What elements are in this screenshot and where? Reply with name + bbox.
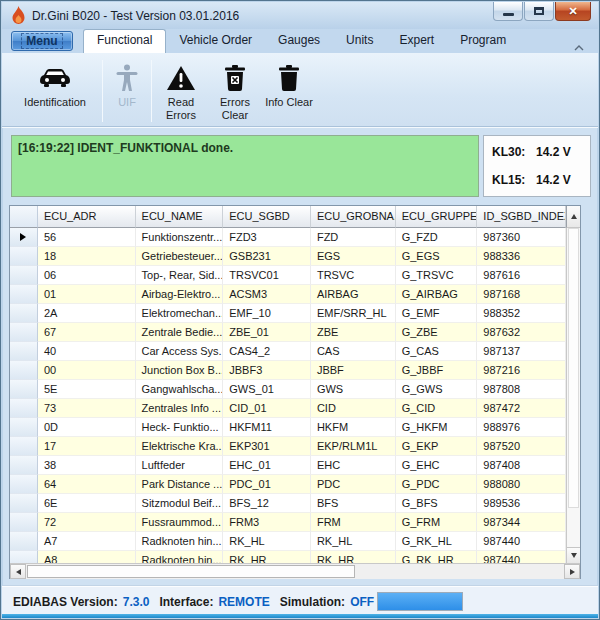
- identification-button[interactable]: Identification: [10, 60, 100, 109]
- column-header-ecu-adr[interactable]: ECU_ADR: [38, 206, 136, 228]
- column-header-id-sgbd-index[interactable]: ID_SGBD_INDEX: [477, 206, 566, 228]
- row-selector[interactable]: [10, 532, 38, 551]
- tab-functional[interactable]: Functional: [83, 29, 166, 53]
- column-header-ecu-grobname[interactable]: ECU_GROBNA...: [311, 206, 396, 228]
- table-cell: RK_HR: [223, 551, 311, 563]
- row-selector[interactable]: [10, 380, 38, 399]
- row-selector[interactable]: [10, 399, 38, 418]
- row-selector[interactable]: [10, 304, 38, 323]
- tab-units[interactable]: Units: [333, 29, 386, 53]
- table-cell: 2A: [38, 304, 136, 323]
- table-cell: Sitzmodul Beif...: [136, 494, 224, 513]
- scroll-right-button[interactable]: [564, 564, 580, 579]
- minimize-button[interactable]: [493, 2, 523, 21]
- row-selector[interactable]: [10, 494, 38, 513]
- table-cell: 987520: [477, 437, 566, 456]
- minimize-icon: [503, 13, 514, 16]
- vertical-scrollbar-thumb[interactable]: [568, 228, 579, 508]
- table-cell: 73: [38, 399, 136, 418]
- table-row[interactable]: 2AElektromechan...EMF_10EMF/SRR_HLG_EMF9…: [10, 304, 566, 323]
- row-selector[interactable]: [10, 228, 38, 247]
- row-selector[interactable]: [10, 456, 38, 475]
- menu-button[interactable]: Menu: [11, 31, 73, 51]
- row-selector[interactable]: [10, 285, 38, 304]
- table-row[interactable]: 18Getriebesteuer...GSB231EGSG_EGS988336: [10, 247, 566, 266]
- column-header-ecu-gruppe[interactable]: ECU_GRUPPE: [396, 206, 478, 228]
- table-row[interactable]: 56Funktionszentr...FZD3FZDG_FZD987360: [10, 228, 566, 247]
- row-selector[interactable]: [10, 323, 38, 342]
- close-icon: ✕: [568, 6, 577, 17]
- table-row[interactable]: 5EGangwahlscha...GWS_01GWSG_GWS987808: [10, 380, 566, 399]
- warning-icon: [166, 63, 196, 93]
- table-row[interactable]: A8Radknoten hin...RK_HRRK_HRG_RK_HR98744…: [10, 551, 566, 563]
- toolbar-separator: [102, 60, 103, 122]
- table-cell: Getriebesteuer...: [136, 247, 224, 266]
- voltage-value: 14.2 V: [536, 173, 571, 187]
- table-cell: 987616: [477, 266, 566, 285]
- horizontal-scrollbar[interactable]: [10, 563, 580, 579]
- table-cell: 988352: [477, 304, 566, 323]
- row-selector[interactable]: [10, 437, 38, 456]
- scroll-up-button[interactable]: [566, 206, 580, 228]
- table-cell: EHC_01: [223, 456, 311, 475]
- maximize-button[interactable]: [524, 2, 554, 21]
- table-row[interactable]: 01Airbag-Elektro...ACSM3AIRBAGG_AIRBAG98…: [10, 285, 566, 304]
- uif-button[interactable]: UIF: [105, 60, 149, 109]
- table-cell: G_EKP: [396, 437, 478, 456]
- window-bottom-border: [2, 614, 598, 618]
- table-row[interactable]: 64Park Distance ...PDC_01PDCG_PDC988080: [10, 475, 566, 494]
- table-row[interactable]: 38LuftfederEHC_01EHCG_EHC987408: [10, 456, 566, 475]
- column-header-ecu-name[interactable]: ECU_NAME: [136, 206, 224, 228]
- table-cell: Radknoten hin...: [136, 532, 224, 551]
- table-row[interactable]: 00Junction Box B...JBBF3JBBFG_JBBF987216: [10, 361, 566, 380]
- table-cell: HKFM: [311, 418, 396, 437]
- table-row[interactable]: 17Elektrische Kra...EKP301EKP/RLM1LG_EKP…: [10, 437, 566, 456]
- table-cell: G_CAS: [396, 342, 478, 361]
- table-row[interactable]: 73Zentrales Info ...CID_01CIDG_CID987472: [10, 399, 566, 418]
- table-body: 56Funktionszentr...FZD3FZDG_FZD98736018G…: [10, 228, 566, 563]
- table-row[interactable]: 40Car Access Sys...CAS4_2CASG_CAS987137: [10, 342, 566, 361]
- row-selector[interactable]: [10, 247, 38, 266]
- row-selector[interactable]: [10, 475, 38, 494]
- trash-x-icon: [223, 63, 247, 93]
- horizontal-scrollbar-thumb[interactable]: [27, 565, 355, 578]
- vertical-scrollbar[interactable]: [566, 228, 580, 563]
- errors-clear-button[interactable]: Errors Clear: [208, 60, 262, 122]
- app-window: Dr.Gini B020 - Test Version 03.01.2016 ✕…: [0, 0, 600, 620]
- row-selector[interactable]: [10, 266, 38, 285]
- table-row[interactable]: A7Radknoten hin...RK_HLRK_HLG_RK_HL98744…: [10, 532, 566, 551]
- table-cell: Funktionszentr...: [136, 228, 224, 247]
- table-cell: CAS4_2: [223, 342, 311, 361]
- info-clear-button[interactable]: Info Clear: [262, 60, 316, 109]
- table-cell: EMF/SRR_HL: [311, 304, 396, 323]
- row-selector[interactable]: [10, 418, 38, 437]
- row-selector[interactable]: [10, 513, 38, 532]
- tab-program[interactable]: Program: [447, 29, 519, 53]
- row-selector[interactable]: [10, 342, 38, 361]
- table-row[interactable]: 67Zentrale Bedie...ZBE_01ZBEG_ZBE987632: [10, 323, 566, 342]
- tab-strip: Menu Functional Vehicle Order Gauges Uni…: [2, 29, 598, 53]
- table-cell: G_FRM: [396, 513, 478, 532]
- status-message-text: [16:19:22] IDENT_FUNKTIONAL done.: [18, 141, 472, 155]
- ribbon-divider: [2, 126, 598, 128]
- table-cell: CID: [311, 399, 396, 418]
- table-cell: 988080: [477, 475, 566, 494]
- table-row[interactable]: 06Top-, Rear, Sid...TRSVC01TRSVCG_TRSVC9…: [10, 266, 566, 285]
- status-message-box: [16:19:22] IDENT_FUNKTIONAL done.: [11, 135, 479, 197]
- table-cell: 987137: [477, 342, 566, 361]
- column-header-ecu-sgbd[interactable]: ECU_SGBD: [223, 206, 311, 228]
- window-title: Dr.Gini B020 - Test Version 03.01.2016: [32, 9, 239, 23]
- table-cell: Elektromechan...: [136, 304, 224, 323]
- close-button[interactable]: ✕: [555, 2, 591, 21]
- row-selector[interactable]: [10, 551, 38, 563]
- scroll-left-button[interactable]: [10, 564, 26, 579]
- scroll-down-button[interactable]: [567, 547, 580, 563]
- table-row[interactable]: 0DHeck- Funktio...HKFM11HKFMG_HKFM988976: [10, 418, 566, 437]
- tab-expert[interactable]: Expert: [386, 29, 447, 53]
- row-selector[interactable]: [10, 361, 38, 380]
- table-row[interactable]: 6ESitzmodul Beif...BFS_12BFSG_BFS989536: [10, 494, 566, 513]
- read-errors-button[interactable]: Read Errors: [154, 60, 208, 122]
- table-row[interactable]: 72Fussraummod...FRM3FRMG_FRM987344: [10, 513, 566, 532]
- tab-gauges[interactable]: Gauges: [265, 29, 333, 53]
- tab-vehicle-order[interactable]: Vehicle Order: [166, 29, 265, 53]
